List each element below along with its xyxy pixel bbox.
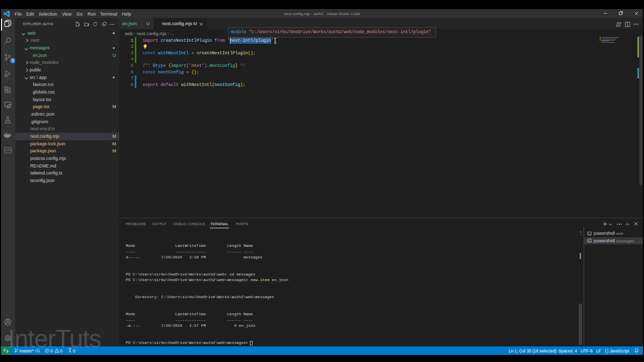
- svg-text:/API: /API: [6, 149, 11, 152]
